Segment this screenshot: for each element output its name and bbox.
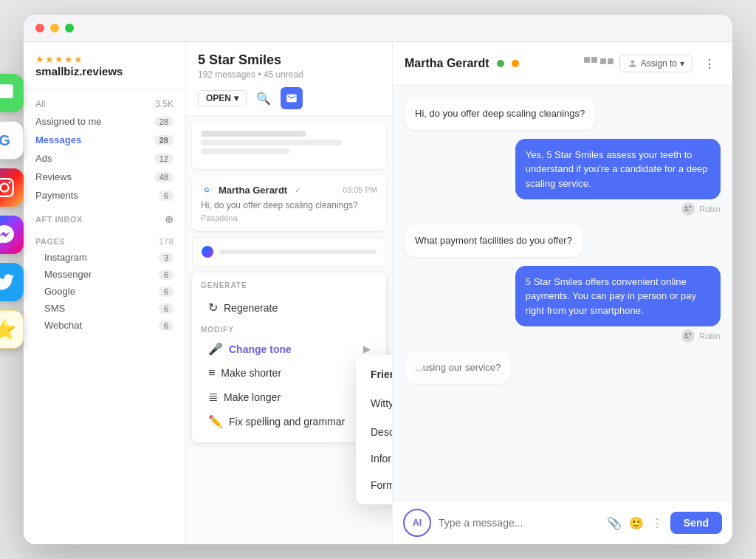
chat-messages: Hi, do you offer deep scaling cleanings?… xyxy=(393,86,732,501)
sidebar-item-reviews[interactable]: Reviews 48 xyxy=(24,168,185,186)
maximize-button[interactable] xyxy=(65,24,74,32)
sidebar-header: All 3.5K xyxy=(24,96,185,112)
emoji-icon[interactable]: 🙂 xyxy=(629,516,644,530)
messenger-small-icon xyxy=(202,246,213,258)
outgoing-group-1: Yes, 5 Star Smiles assess your teeth to … xyxy=(405,139,721,216)
msg-incoming-partial: ...using our service? xyxy=(405,351,511,384)
regenerate-label: Regenerate xyxy=(224,302,278,314)
brand-section: ★★★★★ smallbiz.reviews xyxy=(24,42,185,90)
chat-input[interactable] xyxy=(439,510,599,536)
sidebar-subitem-google[interactable]: Google 6 xyxy=(24,283,185,300)
contact-name: Martha Gerardt xyxy=(405,57,489,70)
sidebar-item-messages[interactable]: Messages 28 xyxy=(24,131,185,149)
middle-header: 5 Star Smiles 192 messages • 45 unread O… xyxy=(186,42,392,116)
sidebar-item-label: Messages xyxy=(35,134,81,145)
longer-icon: ≣ xyxy=(208,390,218,404)
ai-assist-button[interactable]: AI xyxy=(403,509,431,537)
inbox-meta: 192 messages • 45 unread xyxy=(198,69,380,80)
sidebar-item-ads[interactable]: Ads 12 xyxy=(24,149,185,168)
sidebar-badge: 28 xyxy=(154,135,173,145)
add-inbox-icon[interactable]: ⊕ xyxy=(165,213,174,225)
middle-actions: OPEN ▾ 🔍 xyxy=(198,87,380,109)
regenerate-button[interactable]: ↻ Regenerate xyxy=(201,295,377,320)
conv-preview: Hi, do you offer deep scaling cleanings? xyxy=(201,200,377,210)
msg-outgoing-1: Yes, 5 Star Smiles assess your teeth to … xyxy=(515,139,721,200)
middle-panel: 5 Star Smiles 192 messages • 45 unread O… xyxy=(186,42,393,544)
sidebar-subitem-instagram[interactable]: Instagram 3 xyxy=(24,249,185,266)
compose-button[interactable] xyxy=(281,87,303,109)
minimize-button[interactable] xyxy=(50,24,59,32)
chat-header: Martha Gerardt Assign to xyxy=(393,42,732,86)
online-status-dot xyxy=(497,60,504,67)
sidebar-badge: 28 xyxy=(154,117,173,127)
more-footer-icon[interactable]: ⋮ xyxy=(651,516,663,530)
tone-witty[interactable]: Witty 👇 xyxy=(356,388,392,419)
star-icon[interactable]: ⭐ xyxy=(0,310,24,349)
floating-icon-panel: G ⭐ xyxy=(0,74,24,349)
sidebar-subitem-messenger[interactable]: Messenger 6 xyxy=(24,266,185,283)
messages-icon[interactable] xyxy=(0,74,24,112)
generate-label: GENERATE xyxy=(201,281,377,289)
sidebar-item-label: Assigned to me xyxy=(35,116,102,127)
attachment-icon[interactable]: 📎 xyxy=(607,516,622,530)
assign-chevron-icon: ▾ xyxy=(680,58,684,69)
sidebar-nav: All 3.5K Assigned to me 28 Messages 28 A… xyxy=(24,90,185,340)
more-options-button[interactable]: ⋮ xyxy=(698,52,721,75)
verified-icon: ✓ xyxy=(295,185,301,195)
sidebar-item-payments[interactable]: Payments 6 xyxy=(24,186,185,205)
incoming-partial-wrapper: ...using our service? xyxy=(405,351,721,384)
sidebar-subitem-webchat[interactable]: Webchat 6 xyxy=(24,317,185,334)
smart-inbox-section: Aft Inbox ⊕ xyxy=(24,205,185,228)
placeholder xyxy=(201,131,377,154)
agent-avatar-2 xyxy=(681,329,695,343)
sidebar-subitem-sms[interactable]: SMS 6 xyxy=(24,300,185,317)
sidebar-badge: 12 xyxy=(154,154,173,164)
sidebar-item-assigned[interactable]: Assigned to me 28 xyxy=(24,112,185,131)
all-label: All xyxy=(35,99,45,109)
search-button[interactable]: 🔍 xyxy=(252,87,275,109)
google-platform-icon: G xyxy=(201,184,213,196)
agent-label-1: Robin xyxy=(681,202,721,216)
brand-name: smallbiz.reviews xyxy=(35,65,173,78)
tone-descriptive[interactable]: Descriptive xyxy=(356,419,392,445)
placeholder-conv-card[interactable] xyxy=(192,122,386,169)
messenger-icon[interactable] xyxy=(0,216,24,254)
fix-spelling-label: Fix spelling and grammar xyxy=(229,416,345,428)
inbox-title: 5 Star Smiles xyxy=(198,52,380,68)
chat-header-actions: Assign to ▾ ⋮ xyxy=(584,52,721,75)
conversation-list: G Martha Gerardt ✓ 03:05 PM Hi, do you o… xyxy=(186,116,392,544)
google-icon[interactable]: G xyxy=(0,121,24,160)
close-button[interactable] xyxy=(35,24,44,32)
ai-label: AI xyxy=(413,518,422,528)
tone-friendly[interactable]: Friendly xyxy=(356,361,392,388)
regenerate-icon: ↻ xyxy=(208,301,218,315)
grid-view-icon[interactable] xyxy=(584,57,614,70)
shorter-icon: ≡ xyxy=(208,366,215,380)
make-shorter-button[interactable]: ≡ Make shorter xyxy=(201,361,377,385)
change-tone-button[interactable]: 🎤 Change tone ▶ xyxy=(201,337,377,361)
instagram-icon[interactable] xyxy=(0,168,24,207)
secondary-status-dot xyxy=(512,60,519,67)
tone-informative[interactable]: Informative xyxy=(356,445,392,472)
change-tone-label: Change tone xyxy=(229,343,292,355)
make-longer-button[interactable]: ≣ Make longer xyxy=(201,385,377,409)
send-button[interactable]: Send xyxy=(670,512,722,534)
ai-popup-wrapper: GENERATE ↻ Regenerate MODIFY 🎤 Change to… xyxy=(186,237,392,442)
fix-spelling-button[interactable]: ✏️ Fix spelling and grammar xyxy=(201,409,377,433)
sidebar-badge: 48 xyxy=(154,172,173,182)
tone-icon: 🎤 xyxy=(208,342,223,356)
twitter-icon[interactable] xyxy=(0,263,24,301)
open-filter-badge[interactable]: OPEN ▾ xyxy=(198,90,247,106)
msg-incoming-2: What payment facilities do you offer? xyxy=(405,224,583,257)
conv-time: 03:05 PM xyxy=(343,185,377,194)
conv-card-header: G Martha Gerardt ✓ 03:05 PM xyxy=(201,184,377,196)
pages-label: Pages xyxy=(35,237,65,246)
make-longer-label: Make longer xyxy=(224,391,281,403)
agent-label-2: Robin xyxy=(681,329,721,343)
assign-button[interactable]: Assign to ▾ xyxy=(619,55,693,72)
tone-formal[interactable]: Formal xyxy=(356,472,392,498)
make-shorter-label: Make shorter xyxy=(221,367,281,379)
conv-card-martha[interactable]: G Martha Gerardt ✓ 03:05 PM Hi, do you o… xyxy=(192,175,386,231)
titlebar xyxy=(24,15,732,42)
conv-name: Martha Gerardt xyxy=(219,185,287,196)
